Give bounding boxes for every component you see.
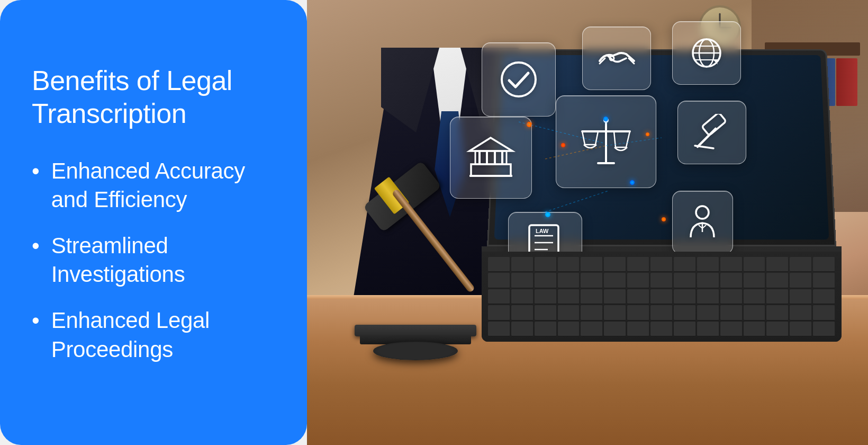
keyboard-key bbox=[558, 305, 580, 320]
keyboard-key bbox=[627, 257, 649, 272]
keyboard-key bbox=[488, 273, 510, 288]
keyboard-key bbox=[697, 273, 719, 288]
svg-point-36 bbox=[696, 206, 709, 219]
courthouse-icon bbox=[450, 117, 532, 199]
keyboard-key bbox=[650, 305, 673, 320]
benefit-item-3: • Enhanced Legal Proceedings bbox=[32, 306, 281, 364]
keyboard-key bbox=[813, 289, 835, 304]
keyboard-key bbox=[650, 289, 673, 304]
keyboard-key bbox=[790, 289, 812, 304]
keyboard-key bbox=[813, 322, 835, 336]
keyboard-key bbox=[488, 322, 510, 336]
keyboard-key bbox=[720, 305, 743, 320]
keyboard-key bbox=[535, 289, 557, 304]
particle-dot-4 bbox=[646, 132, 649, 136]
benefits-panel: Benefits of Legal Transcription • Enhanc… bbox=[0, 0, 307, 445]
keyboard-key bbox=[627, 305, 649, 320]
person-silhouette-icon bbox=[672, 191, 733, 254]
keyboard-key bbox=[650, 322, 673, 336]
keyboard-key bbox=[558, 273, 580, 288]
benefits-list: • Enhanced Accuracy and Efficiency • Str… bbox=[32, 157, 281, 381]
keyboard-key bbox=[488, 305, 510, 320]
keyboard-key bbox=[766, 273, 789, 288]
keyboard-key bbox=[720, 322, 743, 336]
benefit-item-1: • Enhanced Accuracy and Efficiency bbox=[32, 157, 281, 215]
svg-line-41 bbox=[545, 191, 609, 212]
keyboard-key bbox=[697, 257, 719, 272]
keyboard-key bbox=[558, 322, 580, 336]
keyboard-key bbox=[697, 305, 719, 320]
particle-dot-1 bbox=[527, 122, 532, 127]
keyboard-key bbox=[511, 305, 534, 320]
keyboard-key bbox=[744, 257, 766, 272]
keyboard-key bbox=[535, 273, 557, 288]
keyboard-key bbox=[720, 257, 743, 272]
keyboard-key bbox=[744, 273, 766, 288]
svg-rect-26 bbox=[701, 114, 726, 136]
svg-line-28 bbox=[695, 146, 713, 148]
keyboard-key bbox=[766, 289, 789, 304]
keyboard-key bbox=[604, 305, 626, 320]
keyboard-key bbox=[627, 322, 649, 336]
bullet-3: • bbox=[32, 309, 40, 332]
particle-dot-6 bbox=[662, 217, 666, 221]
keyboard-key bbox=[535, 305, 557, 320]
laptop-keyboard bbox=[482, 252, 842, 342]
keyboard-key bbox=[674, 257, 696, 272]
particle-dot-2 bbox=[561, 143, 565, 147]
keyboard-key bbox=[766, 257, 789, 272]
keyboard-key bbox=[650, 273, 673, 288]
keyboard-key bbox=[604, 257, 626, 272]
keyboard-key bbox=[535, 257, 557, 272]
keyboard-key bbox=[813, 305, 835, 320]
keyboard-key bbox=[581, 289, 603, 304]
keyboard-key bbox=[627, 289, 649, 304]
keyboard-key bbox=[790, 257, 812, 272]
panel-title: Benefits of Legal Transcription bbox=[32, 64, 281, 130]
svg-text:LAW: LAW bbox=[536, 228, 549, 234]
keyboard-key bbox=[535, 322, 557, 336]
keyboard-key bbox=[766, 322, 789, 336]
keyboard-key bbox=[813, 273, 835, 288]
scales-of-justice-icon bbox=[556, 95, 656, 188]
bullet-1: • bbox=[32, 160, 40, 182]
keyboard-key bbox=[511, 289, 534, 304]
keyboard-key bbox=[720, 273, 743, 288]
keyboard-key bbox=[720, 289, 743, 304]
keyboard-key bbox=[744, 305, 766, 320]
keyboard-key bbox=[581, 305, 603, 320]
keyboard-key bbox=[650, 257, 673, 272]
globe-icon bbox=[672, 21, 741, 85]
bullet-2: • bbox=[32, 235, 40, 257]
keyboard-key bbox=[581, 273, 603, 288]
svg-line-22 bbox=[614, 131, 616, 147]
svg-line-21 bbox=[595, 131, 598, 145]
keyboard-key bbox=[511, 273, 534, 288]
keyboard-key bbox=[581, 322, 603, 336]
benefit-item-2: • Streamlined Investigations bbox=[32, 232, 281, 289]
particle-dot-5 bbox=[545, 212, 550, 217]
keyboard-key bbox=[697, 289, 719, 304]
keyboard-key bbox=[488, 257, 510, 272]
keyboard-key bbox=[674, 305, 696, 320]
particle-dot-3 bbox=[603, 117, 608, 121]
svg-line-24 bbox=[626, 131, 630, 147]
keyboard-key bbox=[581, 257, 603, 272]
keyboard-key bbox=[511, 257, 534, 272]
benefit-text-2: Streamlined Investigations bbox=[51, 232, 281, 289]
keyboard-key bbox=[790, 273, 812, 288]
svg-marker-10 bbox=[469, 138, 512, 151]
keyboard-key bbox=[558, 257, 580, 272]
gavel-small-icon bbox=[677, 101, 746, 164]
check-circle-icon bbox=[482, 42, 556, 117]
benefit-text-3: Enhanced Legal Proceedings bbox=[51, 306, 281, 364]
keyboard-key bbox=[604, 289, 626, 304]
keyboard-key bbox=[674, 273, 696, 288]
keyboard-key bbox=[813, 257, 835, 272]
keyboard-key bbox=[790, 305, 812, 320]
svg-point-0 bbox=[502, 63, 536, 96]
keyboard-key bbox=[627, 273, 649, 288]
keyboard-key bbox=[674, 289, 696, 304]
keyboard-key bbox=[766, 305, 789, 320]
benefit-text-1: Enhanced Accuracy and Efficiency bbox=[51, 157, 281, 215]
